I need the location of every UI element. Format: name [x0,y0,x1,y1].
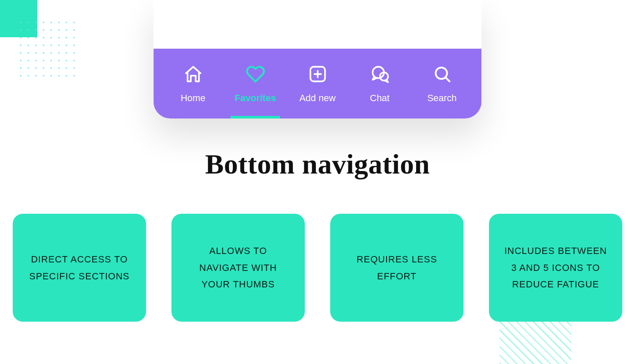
search-icon [432,64,452,84]
feature-card-text: ALLOWS TO NAVIGATE WITH YOUR THUMBS [184,243,292,293]
home-icon [183,64,203,84]
nav-item-label: Add new [299,93,336,104]
feature-card: REQUIRES LESS EFFORT [330,214,464,322]
feature-card: INCLUDES BETWEEN 3 AND 5 ICONS TO REDUCE… [489,214,622,322]
nav-item-search[interactable]: Search [411,49,473,119]
decorative-diagonal-lines [500,322,572,364]
svg-line-6 [445,77,450,81]
nav-item-label: Search [427,93,457,104]
phone-mockup: Home Favorites Add new [154,0,482,119]
nav-item-label: Chat [370,93,389,104]
nav-item-favorites[interactable]: Favorites [224,49,287,119]
feature-card-text: INCLUDES BETWEEN 3 AND 5 ICONS TO REDUCE… [502,243,610,293]
decorative-dots [17,19,76,78]
feature-card: ALLOWS TO NAVIGATE WITH YOUR THUMBS [171,214,305,322]
nav-item-chat[interactable]: Chat [349,49,411,119]
plus-square-icon [307,64,328,84]
nav-item-home[interactable]: Home [162,49,224,119]
nav-item-label: Home [181,93,206,104]
active-underline [230,116,280,119]
nav-item-add-new[interactable]: Add new [287,49,349,119]
feature-card: DIRECT ACCESS TO SPECIFIC SECTIONS [13,214,146,322]
feature-card-text: REQUIRES LESS EFFORT [343,251,451,284]
nav-item-label: Favorites [235,93,276,104]
page-title: Bottom navigation [0,148,635,180]
feature-card-text: DIRECT ACCESS TO SPECIFIC SECTIONS [25,251,133,284]
heart-icon [245,64,265,84]
feature-cards-row: DIRECT ACCESS TO SPECIFIC SECTIONS ALLOW… [13,214,622,322]
chat-icon [370,64,390,84]
bottom-navigation-bar: Home Favorites Add new [154,49,482,119]
